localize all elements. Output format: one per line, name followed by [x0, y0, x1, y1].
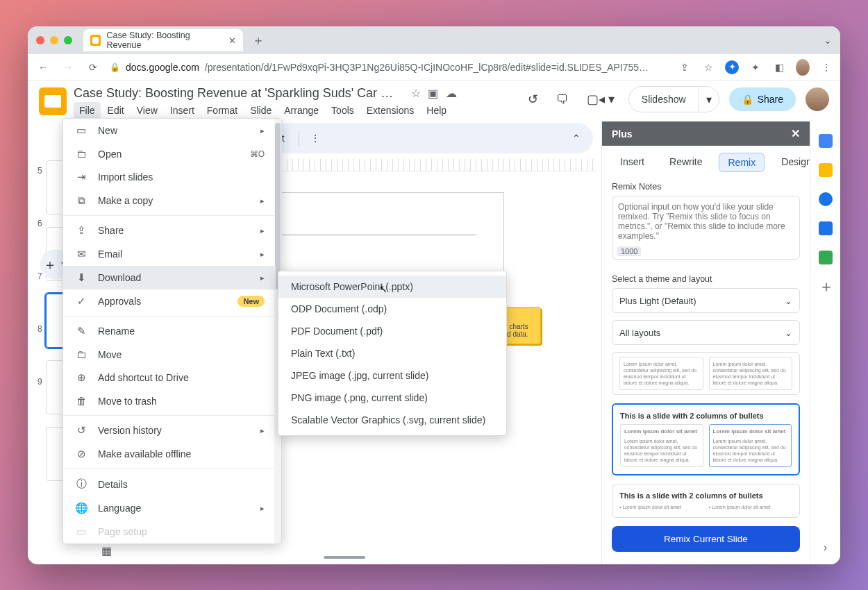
menu-arrange[interactable]: Arrange: [278, 102, 324, 119]
minimize-window-icon[interactable]: [50, 36, 58, 44]
layout-card[interactable]: This is a slide with 2 columns of bullet…: [612, 403, 800, 475]
menu-tools[interactable]: Tools: [326, 102, 360, 119]
download-submenu: Microsoft PowerPoint (.pptx) ODP Documen…: [278, 271, 507, 436]
calendar-icon[interactable]: [819, 134, 833, 148]
chevron-down-icon: ⌄: [785, 296, 792, 306]
close-panel-icon[interactable]: ✕: [791, 127, 800, 140]
profile-avatar-icon[interactable]: [796, 59, 810, 76]
menu-move[interactable]: 🗀Move: [63, 343, 276, 366]
contacts-icon[interactable]: [819, 221, 833, 235]
menu-share[interactable]: ⇪Share▸: [63, 219, 276, 242]
bookmark-icon[interactable]: ☆: [701, 62, 715, 73]
address-bar: ← → ⟳ 🔒 docs.google.com/presentation/d/1…: [28, 54, 840, 81]
slideshow-dropdown[interactable]: ▾: [699, 87, 719, 112]
menu-make-copy[interactable]: ⧉Make a copy▸: [63, 189, 276, 212]
download-pdf[interactable]: PDF Document (.pdf): [278, 320, 506, 342]
close-window-icon[interactable]: [36, 36, 44, 44]
more-tools-icon[interactable]: ⋮: [303, 128, 327, 148]
fullscreen-window-icon[interactable]: [64, 36, 72, 44]
tab-rewrite[interactable]: Rewrite: [661, 153, 710, 172]
document-title[interactable]: Case Study: Boosting Revenue at 'Sparkli…: [74, 86, 400, 101]
hide-rail-icon[interactable]: ›: [819, 541, 833, 555]
star-icon[interactable]: ☆: [411, 87, 421, 99]
maps-icon[interactable]: [819, 251, 833, 264]
comments-icon[interactable]: 🗨: [552, 88, 573, 111]
move-to-folder-icon[interactable]: ▣: [428, 87, 438, 99]
new-badge: New: [237, 296, 265, 307]
menu-import-slides[interactable]: ⇥Import slides: [63, 165, 276, 189]
collapse-toolbar-icon[interactable]: ⌃: [565, 128, 587, 148]
menu-scrollbar[interactable]: [275, 123, 281, 289]
download-svg[interactable]: Scalable Vector Graphics (.svg, current …: [278, 409, 506, 431]
doc-actions: ☆ ▣ ☁: [407, 87, 457, 100]
menu-edit[interactable]: Edit: [102, 102, 130, 119]
download-pptx[interactable]: Microsoft PowerPoint (.pptx): [278, 276, 506, 298]
theme-select[interactable]: Plus Light (Default) ⌄: [612, 288, 800, 313]
menu-open[interactable]: 🗀Open⌘O: [63, 142, 276, 165]
menu-email[interactable]: ✉Email▸: [63, 242, 276, 266]
layout-select[interactable]: All layouts ⌄: [612, 320, 800, 345]
browser-tab[interactable]: Case Study: Boosting Revenue ✕: [83, 29, 243, 51]
extension-badge-icon[interactable]: ✦: [725, 60, 739, 74]
speaker-notes-handle[interactable]: [324, 556, 365, 559]
menu-offline[interactable]: ⊘Make available offline: [63, 442, 276, 466]
layout-card[interactable]: This is a slide with 2 columns of bullet…: [612, 484, 800, 518]
tab-insert[interactable]: Insert: [612, 153, 653, 172]
tasks-icon[interactable]: [819, 192, 833, 206]
chevron-down-icon: ⌄: [785, 328, 792, 338]
menu-download[interactable]: ⬇Download▸: [63, 266, 276, 289]
history-icon[interactable]: ↺: [524, 87, 542, 111]
slideshow-button[interactable]: Slideshow: [629, 87, 699, 112]
menu-file[interactable]: File: [74, 102, 101, 119]
tab-close-icon[interactable]: ✕: [228, 35, 236, 46]
back-button[interactable]: ←: [35, 62, 51, 73]
menu-add-shortcut[interactable]: ⊕Add shortcut to Drive: [63, 366, 276, 389]
menu-details[interactable]: ⓘDetails: [63, 472, 276, 496]
get-addons-icon[interactable]: ＋: [819, 280, 833, 294]
keep-icon[interactable]: [819, 163, 833, 177]
menu-slide[interactable]: Slide: [244, 102, 277, 119]
menu-approvals[interactable]: ✓ApprovalsNew: [63, 289, 276, 313]
account-avatar-icon[interactable]: [806, 87, 829, 111]
menu-move-trash[interactable]: 🗑Move to trash: [63, 389, 276, 412]
share-url-icon[interactable]: ⇪: [678, 62, 692, 73]
remix-notes-label: Remix Notes: [612, 182, 800, 192]
address-icons: ⇪ ☆ ✦ ✦ ◧ ⋮: [678, 59, 833, 76]
url-host: docs.google.com: [126, 62, 199, 73]
reload-button[interactable]: ⟳: [85, 62, 101, 73]
menu-version-history[interactable]: ↺Version history▸: [63, 419, 276, 442]
page-setup-icon: ▭: [74, 525, 88, 538]
menu-page-setup[interactable]: ▭Page setup: [63, 520, 276, 543]
layout-card[interactable]: Lorem ipsum dolor amet, consectetur adip…: [612, 352, 800, 395]
grid-view-icon[interactable]: ▦: [101, 544, 112, 557]
tab-remix[interactable]: Remix: [719, 153, 765, 172]
menu-view[interactable]: View: [131, 102, 163, 119]
cloud-status-icon[interactable]: ☁: [446, 87, 457, 99]
layout-col-heading: Lorem ipsum dolor sit amet: [624, 428, 699, 435]
meet-icon[interactable]: ▢◂ ▾: [583, 87, 619, 111]
new-tab-button[interactable]: ＋: [249, 31, 268, 50]
forward-button: →: [60, 62, 76, 73]
share-button[interactable]: 🔒 Share: [729, 87, 796, 111]
extensions-icon[interactable]: ✦: [749, 62, 762, 73]
download-txt[interactable]: Plain Text (.txt): [278, 342, 506, 364]
menu-rename[interactable]: ✎Rename: [63, 319, 276, 343]
url-field[interactable]: 🔒 docs.google.com/presentation/d/1FwPd9x…: [110, 62, 669, 73]
menu-format[interactable]: Format: [201, 102, 243, 119]
download-odp[interactable]: ODP Document (.odp): [278, 298, 506, 320]
menu-insert[interactable]: Insert: [165, 102, 200, 119]
download-png[interactable]: PNG image (.png, current slide): [278, 387, 506, 409]
kebab-menu-icon[interactable]: ⋮: [819, 62, 833, 73]
menu-language[interactable]: 🌐Language▸: [63, 496, 276, 520]
menu-help[interactable]: Help: [421, 102, 452, 119]
offline-icon: ⊘: [74, 448, 88, 460]
menu-new[interactable]: ▭New▸: [63, 119, 276, 142]
move-icon: 🗀: [74, 348, 88, 360]
browser-window: Case Study: Boosting Revenue ✕ ＋ ⌄ ← → ⟳…: [28, 26, 840, 564]
download-jpg[interactable]: JPEG image (.jpg, current slide): [278, 364, 506, 387]
sidepanel-icon[interactable]: ◧: [772, 62, 786, 73]
slides-logo-icon[interactable]: [39, 87, 67, 115]
remix-slide-button[interactable]: Remix Current Slide: [612, 526, 800, 552]
tabs-overflow-icon[interactable]: ⌄: [824, 35, 832, 46]
menu-extensions[interactable]: Extensions: [361, 102, 419, 119]
